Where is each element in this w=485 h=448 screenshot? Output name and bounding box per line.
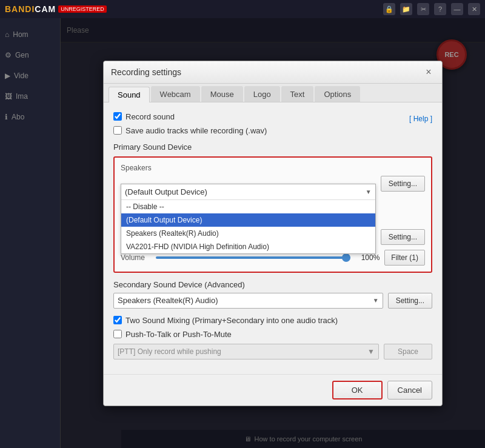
secondary-device-label: Speakers (Realtek(R) Audio)	[118, 296, 218, 305]
secondary-setting-button[interactable]: Setting...	[388, 293, 432, 309]
push-to-talk-checkbox[interactable]	[113, 330, 122, 338]
tab-webcam[interactable]: Webcam	[151, 86, 200, 102]
dialog-title: Recording settings	[111, 67, 423, 77]
tab-mouse[interactable]: Mouse	[201, 86, 243, 102]
secondary-device-row: Speakers (Realtek(R) Audio) ▼ Setting...	[113, 293, 432, 309]
push-to-talk-section: Push-To-Talk or Push-To-Mute [PTT] Only …	[113, 330, 432, 359]
filter-button[interactable]: Filter (1)	[384, 250, 425, 266]
two-sound-mixing-section: Two Sound Mixing (Primary+Secondary into…	[113, 316, 432, 325]
primary-sound-section: Speakers (Default Output Device) ▼	[113, 156, 432, 273]
main-content: Please REC Recording settings × Sound We…	[61, 18, 485, 448]
help-link[interactable]: [ Help ]	[409, 115, 432, 123]
two-sound-mixing-label[interactable]: Two Sound Mixing (Primary+Secondary into…	[125, 316, 338, 325]
dialog-body: Record sound [ Help ] Save audio tracks …	[104, 102, 442, 374]
scissors-icon[interactable]: ✂	[417, 3, 429, 15]
primary-speakers-row: (Default Output Device) ▼ -- Disable -- …	[121, 176, 425, 192]
push-to-talk-row: Push-To-Talk or Push-To-Mute	[113, 330, 432, 339]
recording-settings-dialog: Recording settings × Sound Webcam Mouse …	[103, 61, 443, 406]
dropdown-arrow-icon: ▼	[366, 189, 372, 195]
minimize-icon[interactable]: —	[451, 3, 463, 15]
push-to-talk-label[interactable]: Push-To-Talk or Push-To-Mute	[125, 330, 232, 339]
sidebar: ⌂ Hom ⚙ Gen ▶ Vide 🖼 Ima ℹ Abo	[0, 18, 61, 448]
sidebar-item-home[interactable]: ⌂ Hom	[0, 24, 60, 45]
unregistered-badge: UNREGISTERED	[58, 5, 107, 13]
tab-text[interactable]: Text	[281, 86, 314, 102]
dropdown-header: (Default Output Device) ▼	[121, 184, 375, 200]
save-audio-checkbox[interactable]	[113, 126, 122, 135]
dropdown-option-disable[interactable]: -- Disable --	[121, 200, 375, 213]
sidebar-item-about[interactable]: ℹ Abo	[0, 107, 60, 127]
volume-label: Volume	[121, 253, 151, 262]
ptt-mode-dropdown: [PTT] Only record while pushing ▼	[113, 344, 379, 359]
ptt-option-label: [PTT] Only record while pushing	[118, 347, 221, 356]
folder-icon[interactable]: 📁	[400, 3, 412, 15]
secondary-dropdown[interactable]: Speakers (Realtek(R) Audio) ▼	[113, 293, 383, 309]
logo-text1: BANDI	[5, 4, 35, 14]
record-sound-checkbox[interactable]	[113, 112, 122, 121]
dropdown-option-realtek[interactable]: Speakers (Realtek(R) Audio)	[121, 227, 375, 240]
gear-icon: ⚙	[5, 51, 12, 59]
info-icon: ℹ	[5, 113, 8, 121]
ptt-dropdown-arrow: ▼	[367, 347, 375, 356]
dialog-close-button[interactable]: ×	[423, 66, 435, 78]
sidebar-item-general[interactable]: ⚙ Gen	[0, 45, 60, 65]
app-logo: BANDICAM	[5, 4, 56, 14]
image-icon: 🖼	[5, 92, 12, 101]
sidebar-home-label: Hom	[13, 30, 28, 39]
secondary-section-header: Secondary Sound Device (Advanced)	[113, 280, 432, 289]
sidebar-general-label: Gen	[15, 51, 29, 59]
record-sound-label[interactable]: Record sound	[125, 112, 175, 121]
record-sound-checkbox-row: Record sound	[113, 112, 409, 121]
ptt-controls-row: [PTT] Only record while pushing ▼	[113, 344, 432, 359]
record-sound-row: Record sound [ Help ]	[113, 112, 432, 126]
secondary-dropdown-arrow: ▼	[373, 297, 379, 304]
app-titlebar: BANDICAM UNREGISTERED 🔒 📁 ✂ ? — ✕	[0, 0, 485, 18]
save-audio-row: Save audio tracks while recording (.wav)	[113, 126, 432, 135]
dropdown-current-value: (Default Output Device)	[125, 187, 207, 196]
logo-text2: CAM	[35, 4, 56, 14]
primary-section-header: Primary Sound Device	[113, 142, 432, 152]
video-icon: ▶	[5, 72, 10, 80]
question-icon[interactable]: ?	[434, 3, 446, 15]
dropdown-option-default[interactable]: (Default Output Device)	[121, 213, 375, 227]
secondary-section: Secondary Sound Device (Advanced) Speake…	[113, 280, 432, 309]
save-audio-label[interactable]: Save audio tracks while recording (.wav)	[125, 126, 267, 135]
two-sound-mixing-checkbox[interactable]	[113, 316, 122, 324]
dropdown-option-nvidia[interactable]: VA2201-FHD (NVIDIA High Definition Audio…	[121, 240, 375, 253]
ptt-key-input[interactable]	[384, 344, 432, 359]
sidebar-image-label: Ima	[16, 92, 28, 101]
sidebar-item-image[interactable]: 🖼 Ima	[0, 86, 60, 107]
tab-options[interactable]: Options	[315, 86, 360, 102]
volume-value: 100%	[355, 253, 380, 262]
sidebar-about-label: Abo	[12, 113, 24, 121]
titlebar-icons: 🔒 📁 ✂ ? — ✕	[383, 3, 480, 15]
ok-button[interactable]: OK	[332, 381, 383, 400]
volume-slider[interactable]	[156, 256, 350, 259]
tab-logo[interactable]: Logo	[244, 86, 280, 102]
microphone-setting-button[interactable]: Setting...	[381, 229, 425, 245]
primary-speakers-setting-button[interactable]: Setting...	[381, 176, 425, 192]
tab-sound[interactable]: Sound	[109, 87, 150, 102]
dialog-titlebar: Recording settings ×	[104, 61, 442, 84]
tabs-bar: Sound Webcam Mouse Logo Text Options	[104, 84, 442, 102]
close-icon[interactable]: ✕	[468, 3, 480, 15]
dialog-footer: OK Cancel	[104, 374, 442, 406]
cancel-button[interactable]: Cancel	[387, 381, 432, 400]
speakers-label: Speakers	[121, 164, 425, 172]
dialog-overlay: Recording settings × Sound Webcam Mouse …	[61, 18, 485, 448]
speakers-dropdown-open[interactable]: (Default Output Device) ▼ -- Disable -- …	[121, 184, 376, 254]
sidebar-item-video[interactable]: ▶ Vide	[0, 65, 60, 86]
sidebar-video-label: Vide	[14, 72, 28, 80]
two-sound-mixing-row: Two Sound Mixing (Primary+Secondary into…	[113, 316, 432, 325]
lock-icon[interactable]: 🔒	[383, 3, 395, 15]
home-icon: ⌂	[5, 30, 9, 39]
